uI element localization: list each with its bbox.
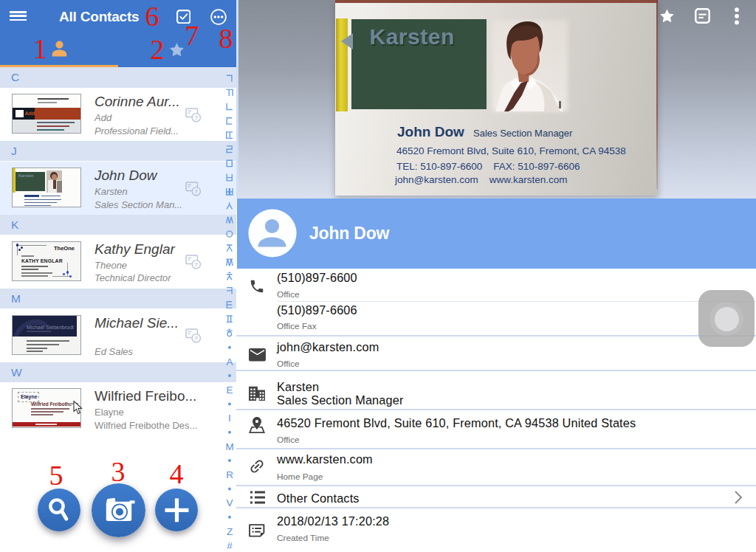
svg-text:V: V: [226, 497, 233, 508]
svg-text:R: R: [226, 469, 233, 480]
svg-text:#: #: [227, 540, 233, 551]
svg-text:?: ?: [194, 335, 198, 342]
svg-text:I: I: [228, 413, 231, 424]
svg-text:M: M: [225, 441, 233, 452]
svg-text:?: ?: [194, 188, 198, 195]
svg-text:A: A: [226, 356, 233, 368]
svg-text:?: ?: [194, 261, 198, 268]
svg-text:Z: Z: [227, 526, 233, 537]
svg-text:E: E: [226, 384, 233, 396]
svg-text:?: ?: [194, 114, 198, 121]
